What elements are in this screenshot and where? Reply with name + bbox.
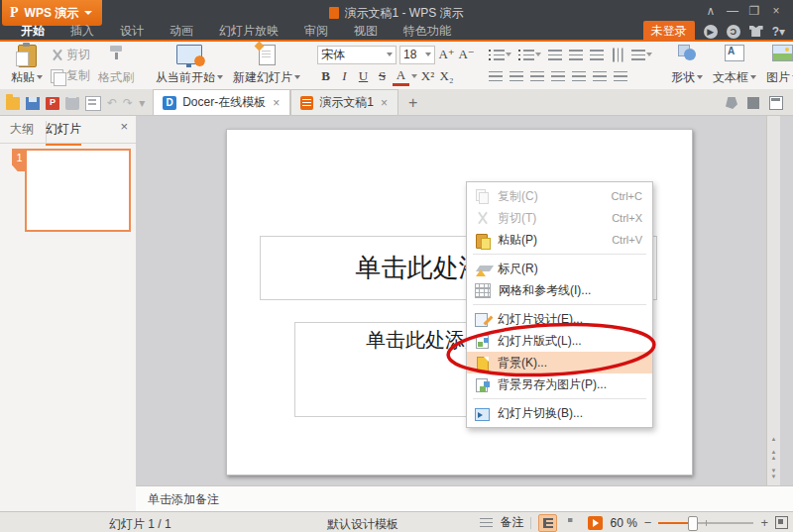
outline-tab[interactable]: 大纲 [10,121,47,144]
slides-tab[interactable]: 幻灯片 [46,121,81,146]
cut-button[interactable]: 剪切 [48,46,93,64]
menu-item-cut[interactable]: 剪切(T) Ctrl+X [467,207,652,229]
paste-button[interactable]: 粘贴 [6,44,48,87]
arrange-windows-icon[interactable] [769,96,783,110]
print-icon[interactable] [65,97,79,110]
login-button[interactable]: 未登录 [643,21,695,42]
strikethrough-button[interactable]: S [374,68,391,84]
save-icon[interactable] [26,97,40,110]
slide-sorter-view-button[interactable] [564,515,581,531]
print-preview-icon[interactable] [85,96,101,111]
tab-home[interactable]: 开始 [8,23,57,40]
notes-toggle[interactable]: 备注 [500,514,523,531]
underline-button[interactable]: U [355,68,372,84]
assistant-icon[interactable] [726,97,737,109]
toolbar-more-icon[interactable]: ▾ [139,97,145,110]
menu-item-paste[interactable]: 粘贴(P) Ctrl+V [467,229,652,251]
maximize-button[interactable]: ❐ [743,2,765,20]
numbering-button[interactable] [516,48,543,62]
next-slide-icon[interactable]: ▼▼ [771,468,777,479]
indent-left-button[interactable] [591,69,609,84]
open-icon[interactable] [6,97,20,110]
menu-item-save-background-as-picture[interactable]: 背景另存为图片(P)... [467,373,652,395]
zoom-in-button[interactable]: + [760,518,768,528]
tab-insert[interactable]: 插入 [57,23,107,40]
align-right-button[interactable] [528,69,546,84]
superscript-button[interactable]: X² [419,68,436,84]
textbox-button[interactable]: 文本框 [708,44,761,87]
zoom-slider-handle[interactable] [688,516,698,531]
paragraph-group [481,42,660,89]
tab-special-features[interactable]: 特色功能 [391,23,464,40]
tab-animation[interactable]: 动画 [157,23,206,40]
template-name[interactable]: 默认设计模板 [327,516,398,532]
line-spacing-button[interactable] [588,48,606,62]
justify-button[interactable] [549,69,567,84]
feedback-icon[interactable]: Ɔ [727,25,740,39]
normal-view-button[interactable] [538,514,557,532]
export-pdf-icon[interactable] [46,97,59,110]
font-size-select[interactable]: 18 [399,46,435,64]
window-title: 演示文稿1 - WPS 演示 [0,5,793,22]
collapse-ribbon-button[interactable]: ∧ [700,2,722,20]
shapes-button[interactable]: 形状 [666,44,708,87]
editing-canvas[interactable]: 单击此处添加标题 单击此处添加文本 ▲ ▲▲ ▼▼ [136,116,780,485]
menu-item-copy[interactable]: 复制(C) Ctrl+C [467,185,652,207]
new-slide-button[interactable]: 新建幻灯片 [228,44,305,87]
bullets-button[interactable] [487,48,513,62]
align-center-button[interactable] [508,69,525,84]
close-panel-icon[interactable]: × [120,119,128,134]
new-tab-button[interactable]: + [398,94,427,115]
redo-icon[interactable]: ↷ [123,97,133,110]
distribute-button[interactable] [570,69,588,84]
font-name-select[interactable]: 宋体 [317,46,396,64]
menu-item-slide-layout[interactable]: 幻灯片版式(L)... [467,330,652,352]
workspace-icon[interactable] [747,97,759,109]
slide-thumbnail[interactable] [25,149,131,232]
fit-to-window-icon[interactable] [775,516,788,529]
menu-item-background[interactable]: 背景(K)... [467,352,652,373]
align-left-button[interactable] [487,69,505,84]
text-align-vertical-button[interactable] [629,48,654,62]
indent-right-button[interactable] [612,69,629,84]
menu-item-grid-guides[interactable]: 网格和参考线(I)... [467,279,652,301]
from-current-button[interactable]: 从当前开始 [151,44,228,87]
doc-tab-presentation1[interactable]: 演示文稿1 × [290,89,398,115]
tab-view[interactable]: 视图 [341,23,391,40]
tab-review[interactable]: 审阅 [291,23,341,40]
skin-icon[interactable] [749,26,763,37]
video-icon[interactable]: ▶ [704,25,718,39]
grow-font-button[interactable]: A⁺ [438,47,455,62]
tab-design[interactable]: 设计 [107,23,157,40]
text-direction-button[interactable] [609,48,626,62]
help-icon[interactable]: ?▾ [772,25,785,39]
format-painter-button[interactable]: 格式刷 [93,44,139,87]
menu-item-ruler[interactable]: 标尺(R) [467,258,652,279]
copy-button[interactable]: 复制 [48,66,93,85]
decrease-indent-button[interactable] [546,48,564,62]
scroll-up-icon[interactable]: ▲ [771,436,777,442]
slideshow-view-button[interactable] [588,516,603,530]
zoom-out-button[interactable]: − [644,518,652,528]
notes-lines-icon[interactable] [480,518,493,527]
minimize-button[interactable]: — [722,2,743,20]
font-color-button[interactable]: A [393,67,409,86]
close-button[interactable]: × [765,2,787,20]
close-tab-icon[interactable]: × [272,96,281,110]
menu-item-slide-transition[interactable]: 幻灯片切换(B)... [467,402,652,424]
vertical-scrollbar[interactable]: ▲ ▲▲ ▼▼ [766,116,780,485]
bold-button[interactable]: B [317,68,334,84]
previous-slide-icon[interactable]: ▲▲ [771,449,777,461]
subscript-button[interactable]: X₂ [438,68,455,84]
shrink-font-button[interactable]: A⁻ [458,47,475,62]
tab-slideshow[interactable]: 幻灯片放映 [206,23,291,40]
italic-button[interactable]: I [336,68,353,84]
picture-button[interactable]: 图片 [761,44,793,87]
doc-tab-docer[interactable]: D Docer-在线模板 × [153,89,290,115]
increase-indent-button[interactable] [567,48,585,62]
notes-pane[interactable]: 单击添加备注 [136,485,793,511]
menu-item-slide-design[interactable]: 幻灯片设计(E)... [467,308,652,330]
undo-icon[interactable]: ↶ [107,97,117,110]
zoom-slider[interactable] [658,516,753,529]
close-tab-icon[interactable]: × [380,96,389,110]
